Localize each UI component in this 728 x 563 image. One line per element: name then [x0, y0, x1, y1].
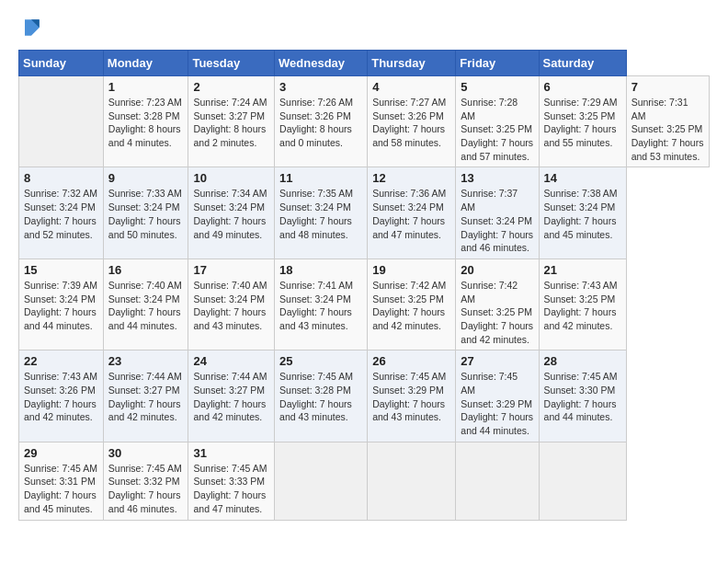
day-number: 8 — [24, 171, 98, 185]
day-number: 16 — [108, 263, 184, 277]
calendar-cell: 27Sunrise: 7:45 AMSunset: 3:29 PMDayligh… — [456, 350, 539, 442]
day-number: 10 — [193, 171, 269, 185]
calendar-body: 1Sunrise: 7:23 AMSunset: 3:28 PMDaylight… — [19, 76, 710, 521]
day-info: Sunrise: 7:44 AMSunset: 3:27 PMDaylight:… — [193, 370, 269, 424]
calendar-cell — [275, 442, 368, 520]
day-info: Sunrise: 7:42 AMSunset: 3:25 PMDaylight:… — [461, 279, 533, 346]
logo — [18, 15, 48, 40]
header-day-thursday: Thursday — [368, 51, 456, 76]
header-day-sunday: Sunday — [19, 51, 104, 76]
calendar-cell: 14Sunrise: 7:38 AMSunset: 3:24 PMDayligh… — [539, 167, 626, 259]
day-number: 1 — [108, 80, 184, 94]
day-info: Sunrise: 7:35 AMSunset: 3:24 PMDaylight:… — [279, 187, 362, 241]
day-info: Sunrise: 7:45 AMSunset: 3:30 PMDaylight:… — [544, 370, 621, 424]
calendar-cell: 16Sunrise: 7:40 AMSunset: 3:24 PMDayligh… — [103, 259, 188, 350]
calendar-cell — [539, 442, 626, 520]
day-info: Sunrise: 7:42 AMSunset: 3:25 PMDaylight:… — [372, 279, 450, 333]
day-number: 29 — [24, 446, 98, 460]
day-number: 23 — [108, 354, 184, 368]
calendar-cell: 17Sunrise: 7:40 AMSunset: 3:24 PMDayligh… — [188, 259, 275, 350]
logo-icon — [18, 15, 44, 40]
day-info: Sunrise: 7:27 AMSunset: 3:26 PMDaylight:… — [372, 96, 450, 150]
day-info: Sunrise: 7:33 AMSunset: 3:24 PMDaylight:… — [108, 187, 184, 241]
day-number: 14 — [544, 171, 621, 185]
page: SundayMondayTuesdayWednesdayThursdayFrid… — [0, 0, 728, 563]
calendar-cell: 18Sunrise: 7:41 AMSunset: 3:24 PMDayligh… — [275, 259, 368, 350]
calendar-cell: 7Sunrise: 7:31 AMSunset: 3:25 PMDaylight… — [626, 76, 709, 167]
day-info: Sunrise: 7:23 AMSunset: 3:28 PMDaylight:… — [108, 96, 184, 150]
week-row-2: 15Sunrise: 7:39 AMSunset: 3:24 PMDayligh… — [19, 259, 710, 350]
day-info: Sunrise: 7:28 AMSunset: 3:25 PMDaylight:… — [461, 96, 533, 163]
calendar-cell: 1Sunrise: 7:23 AMSunset: 3:28 PMDaylight… — [103, 76, 188, 167]
day-info: Sunrise: 7:44 AMSunset: 3:27 PMDaylight:… — [108, 370, 184, 424]
day-number: 25 — [279, 354, 362, 368]
calendar-cell: 30Sunrise: 7:45 AMSunset: 3:32 PMDayligh… — [103, 442, 188, 520]
day-number: 13 — [461, 171, 533, 185]
day-info: Sunrise: 7:45 AMSunset: 3:29 PMDaylight:… — [461, 370, 533, 437]
day-number: 20 — [461, 263, 533, 277]
calendar-cell: 10Sunrise: 7:34 AMSunset: 3:24 PMDayligh… — [188, 167, 275, 259]
day-info: Sunrise: 7:37 AMSunset: 3:24 PMDaylight:… — [461, 187, 533, 254]
week-row-1: 8Sunrise: 7:32 AMSunset: 3:24 PMDaylight… — [19, 167, 710, 259]
header-day-friday: Friday — [456, 51, 539, 76]
day-number: 17 — [193, 263, 269, 277]
calendar-cell: 8Sunrise: 7:32 AMSunset: 3:24 PMDaylight… — [19, 167, 104, 259]
day-number: 18 — [279, 263, 362, 277]
calendar-cell: 5Sunrise: 7:28 AMSunset: 3:25 PMDaylight… — [456, 76, 539, 167]
calendar-cell: 21Sunrise: 7:43 AMSunset: 3:25 PMDayligh… — [539, 259, 626, 350]
header-day-tuesday: Tuesday — [188, 51, 275, 76]
day-info: Sunrise: 7:43 AMSunset: 3:26 PMDaylight:… — [24, 370, 98, 424]
calendar-header: SundayMondayTuesdayWednesdayThursdayFrid… — [19, 51, 710, 76]
day-number: 7 — [631, 80, 704, 94]
header-day-wednesday: Wednesday — [275, 51, 368, 76]
day-info: Sunrise: 7:45 AMSunset: 3:28 PMDaylight:… — [279, 370, 362, 424]
day-number: 22 — [24, 354, 98, 368]
day-info: Sunrise: 7:41 AMSunset: 3:24 PMDaylight:… — [279, 279, 362, 333]
week-row-0: 1Sunrise: 7:23 AMSunset: 3:28 PMDaylight… — [19, 76, 710, 167]
calendar-cell: 31Sunrise: 7:45 AMSunset: 3:33 PMDayligh… — [188, 442, 275, 520]
day-info: Sunrise: 7:34 AMSunset: 3:24 PMDaylight:… — [193, 187, 269, 241]
calendar-cell: 25Sunrise: 7:45 AMSunset: 3:28 PMDayligh… — [275, 350, 368, 442]
calendar-cell — [19, 76, 104, 167]
day-info: Sunrise: 7:39 AMSunset: 3:24 PMDaylight:… — [24, 279, 98, 333]
calendar-cell: 2Sunrise: 7:24 AMSunset: 3:27 PMDaylight… — [188, 76, 275, 167]
day-info: Sunrise: 7:45 AMSunset: 3:32 PMDaylight:… — [108, 462, 184, 516]
day-number: 27 — [461, 354, 533, 368]
day-info: Sunrise: 7:45 AMSunset: 3:31 PMDaylight:… — [24, 462, 98, 516]
calendar-cell: 28Sunrise: 7:45 AMSunset: 3:30 PMDayligh… — [539, 350, 626, 442]
header-row: SundayMondayTuesdayWednesdayThursdayFrid… — [19, 51, 710, 76]
calendar-cell: 20Sunrise: 7:42 AMSunset: 3:25 PMDayligh… — [456, 259, 539, 350]
header-day-monday: Monday — [103, 51, 188, 76]
day-number: 4 — [372, 80, 450, 94]
day-number: 12 — [372, 171, 450, 185]
calendar-cell: 26Sunrise: 7:45 AMSunset: 3:29 PMDayligh… — [368, 350, 456, 442]
day-number: 28 — [544, 354, 621, 368]
day-info: Sunrise: 7:45 AMSunset: 3:29 PMDaylight:… — [372, 370, 450, 424]
day-info: Sunrise: 7:36 AMSunset: 3:24 PMDaylight:… — [372, 187, 450, 241]
calendar-cell — [456, 442, 539, 520]
calendar-cell — [368, 442, 456, 520]
calendar-table: SundayMondayTuesdayWednesdayThursdayFrid… — [18, 50, 710, 521]
day-number: 9 — [108, 171, 184, 185]
day-info: Sunrise: 7:40 AMSunset: 3:24 PMDaylight:… — [108, 279, 184, 333]
day-number: 31 — [193, 446, 269, 460]
day-number: 5 — [461, 80, 533, 94]
day-number: 6 — [544, 80, 621, 94]
day-number: 3 — [279, 80, 362, 94]
calendar-cell: 3Sunrise: 7:26 AMSunset: 3:26 PMDaylight… — [275, 76, 368, 167]
day-number: 26 — [372, 354, 450, 368]
calendar-cell: 19Sunrise: 7:42 AMSunset: 3:25 PMDayligh… — [368, 259, 456, 350]
header-day-saturday: Saturday — [539, 51, 626, 76]
day-number: 30 — [108, 446, 184, 460]
day-info: Sunrise: 7:29 AMSunset: 3:25 PMDaylight:… — [544, 96, 621, 150]
day-info: Sunrise: 7:31 AMSunset: 3:25 PMDaylight:… — [631, 96, 704, 163]
day-number: 21 — [544, 263, 621, 277]
day-number: 11 — [279, 171, 362, 185]
calendar-cell: 11Sunrise: 7:35 AMSunset: 3:24 PMDayligh… — [275, 167, 368, 259]
day-info: Sunrise: 7:24 AMSunset: 3:27 PMDaylight:… — [193, 96, 269, 150]
calendar-cell: 29Sunrise: 7:45 AMSunset: 3:31 PMDayligh… — [19, 442, 104, 520]
calendar-cell: 4Sunrise: 7:27 AMSunset: 3:26 PMDaylight… — [368, 76, 456, 167]
day-info: Sunrise: 7:32 AMSunset: 3:24 PMDaylight:… — [24, 187, 98, 241]
week-row-4: 29Sunrise: 7:45 AMSunset: 3:31 PMDayligh… — [19, 442, 710, 520]
day-info: Sunrise: 7:43 AMSunset: 3:25 PMDaylight:… — [544, 279, 621, 333]
